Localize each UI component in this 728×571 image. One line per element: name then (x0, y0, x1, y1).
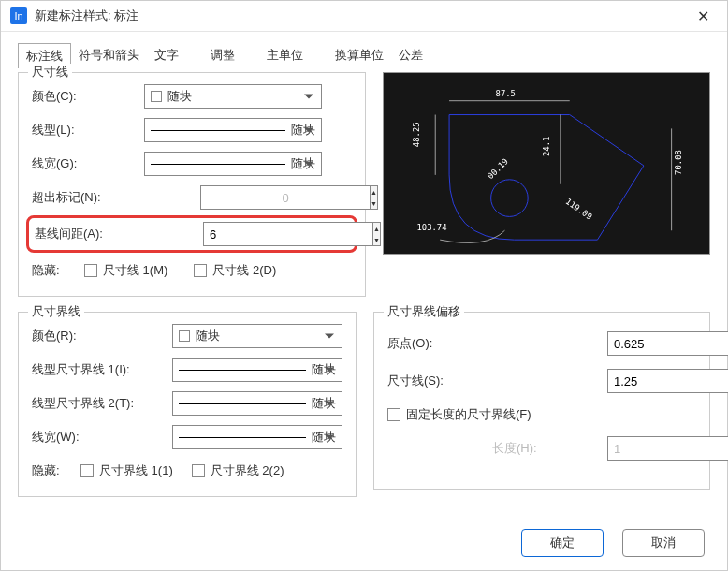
hide-dim2-check[interactable]: 尺寸线 2(D) (194, 262, 276, 279)
baseline-spinner[interactable]: ▲▼ (203, 222, 311, 246)
checkbox-icon (192, 464, 205, 477)
ext-lt2-label: 线型尺寸界线 2(T): (32, 395, 172, 412)
length-spinner: ▲▼ (607, 436, 696, 461)
app-icon: In (10, 7, 27, 24)
checkbox-icon (194, 264, 207, 277)
offset-group: 尺寸界线偏移 原点(O): ▲▼ 尺寸线(S): (373, 312, 710, 490)
dim-line-group: 尺寸线 颜色(C): 随块 线型(L): 随块 (18, 72, 366, 297)
hide-label: 隐藏: (32, 262, 84, 279)
ext-lt2-value: 随块 (312, 395, 336, 412)
lineweight-label: 线宽(G): (32, 155, 144, 172)
titlebar: In 新建标注样式: 标注 ✕ (1, 1, 727, 32)
ext-hide2-label: 尺寸界线 2(2) (211, 462, 284, 479)
ext-lw-value: 随块 (312, 429, 336, 446)
color-combo[interactable]: 随块 (144, 84, 322, 109)
footer: 确定 取消 (1, 520, 727, 570)
lineweight-value: 随块 (291, 155, 315, 172)
spin-up-icon[interactable]: ▲ (371, 186, 377, 198)
ext-lw-label: 线宽(W): (32, 429, 172, 446)
tab-text[interactable]: 文字 (147, 43, 186, 68)
ok-button[interactable]: 确定 (521, 529, 604, 557)
dim-text: 87.5 (496, 89, 516, 98)
origin-spinner[interactable]: ▲▼ (607, 331, 696, 356)
checkbox-icon (387, 408, 400, 421)
hide-dim1-label: 尺寸线 1(M) (103, 262, 167, 279)
svg-point-0 (491, 180, 529, 217)
line-preview-icon (151, 130, 285, 131)
hide-dim2-label: 尺寸线 2(D) (212, 262, 276, 279)
linetype-combo[interactable]: 随块 (144, 118, 322, 142)
dimline-offset-spinner[interactable]: ▲▼ (607, 369, 696, 393)
origin-input[interactable] (607, 331, 728, 356)
color-value: 随块 (167, 88, 192, 105)
cancel-button[interactable]: 取消 (622, 529, 705, 557)
color-label: 颜色(C): (32, 88, 144, 105)
checkbox-icon (84, 264, 97, 277)
linetype-label: 线型(L): (32, 122, 144, 139)
ext-color-combo[interactable]: 随块 (172, 324, 342, 348)
dim-text: 48.25 (412, 122, 421, 147)
tab-primary-units[interactable]: 主单位 (259, 43, 311, 68)
length-label: 长度(H): (492, 440, 537, 457)
ext-hide1-label: 尺寸界线 1(1) (99, 462, 173, 479)
ext-color-label: 颜色(R): (32, 328, 172, 344)
tab-alt-units[interactable]: 换算单位 (328, 43, 391, 68)
ext-color-value: 随块 (196, 328, 220, 344)
fixed-length-check[interactable]: 固定长度的尺寸界线(F) (387, 406, 531, 423)
line-preview-icon (179, 437, 306, 438)
line-preview-icon (151, 164, 285, 165)
spin-down-icon[interactable]: ▼ (371, 198, 377, 209)
dim-text: 24.1 (542, 137, 551, 156)
dim-text: 00.19 (486, 156, 510, 181)
dim-text: 103.74 (416, 223, 446, 232)
dimline-offset-label: 尺寸线(S): (387, 373, 481, 389)
baseline-highlight: 基线间距(A): ▲▼ (26, 215, 357, 253)
tab-tolerance[interactable]: 公差 (391, 43, 430, 68)
extend-spinner[interactable]: ▲▼ (200, 185, 308, 210)
dialog-title: 新建标注样式: 标注 (35, 7, 688, 24)
dim-text: 119.09 (564, 197, 594, 222)
ext-lw-combo[interactable]: 随块 (172, 425, 342, 449)
tab-bar: 标注线 符号和箭头 文字 调整 主单位 换算单位 公差 (18, 43, 710, 68)
ext-hide2-check[interactable]: 尺寸界线 2(2) (192, 462, 284, 479)
content-area: 标注线 符号和箭头 文字 调整 主单位 换算单位 公差 尺寸线 颜色(C): 随 (1, 32, 727, 520)
ext-lt1-combo[interactable]: 随块 (172, 358, 342, 382)
lineweight-combo[interactable]: 随块 (144, 152, 322, 176)
tab-fit[interactable]: 调整 (203, 43, 242, 68)
dimline-offset-input[interactable] (607, 369, 728, 393)
spin-up-icon[interactable]: ▲ (373, 223, 380, 234)
baseline-input[interactable] (203, 222, 373, 246)
offset-legend: 尺寸界线偏移 (384, 303, 464, 320)
ext-line-group: 尺寸界线 颜色(R): 随块 线型尺寸界线 1(I): 随块 (18, 312, 357, 497)
baseline-label: 基线间距(A): (35, 226, 203, 242)
dim-line-legend: 尺寸线 (28, 64, 72, 81)
swatch-icon (151, 91, 162, 102)
ext-line-legend: 尺寸界线 (28, 303, 84, 320)
length-input (607, 436, 728, 461)
dim-style-dialog: In 新建标注样式: 标注 ✕ 标注线 符号和箭头 文字 调整 主单位 换算单位… (0, 0, 728, 571)
swatch-icon (179, 330, 190, 342)
ext-lt1-value: 随块 (312, 361, 336, 378)
linetype-value: 随块 (291, 122, 315, 139)
line-preview-icon (179, 403, 306, 404)
extend-label: 超出标记(N): (32, 189, 200, 206)
spin-down-icon[interactable]: ▼ (373, 234, 380, 245)
origin-label: 原点(O): (387, 335, 481, 352)
tab-arrows[interactable]: 符号和箭头 (71, 43, 147, 68)
line-preview-icon (179, 370, 306, 371)
extend-input (200, 185, 371, 210)
fixed-length-label: 固定长度的尺寸界线(F) (406, 406, 531, 423)
checkbox-icon (80, 464, 94, 477)
hide-dim1-check[interactable]: 尺寸线 1(M) (84, 262, 167, 279)
ext-lt1-label: 线型尺寸界线 1(I): (32, 361, 172, 378)
dim-text: 70.08 (674, 150, 683, 175)
ext-lt2-combo[interactable]: 随块 (172, 391, 342, 416)
ext-hide-label: 隐藏: (32, 462, 80, 479)
ext-hide1-check[interactable]: 尺寸界线 1(1) (80, 462, 173, 479)
close-button[interactable]: ✕ (688, 3, 718, 29)
preview-pane: 87.5 48.25 24.1 70.08 103.74 00.19 119.0… (383, 72, 710, 255)
